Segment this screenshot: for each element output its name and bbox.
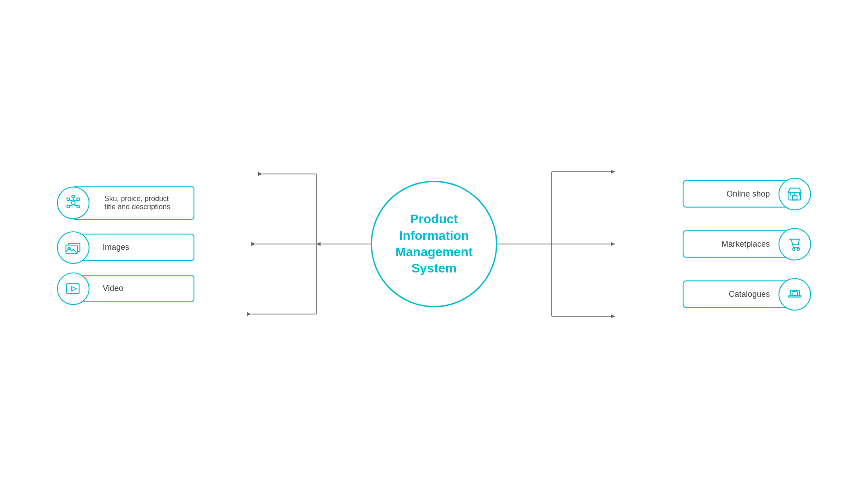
- images-icon-circle: [57, 231, 90, 264]
- svg-line-16: [69, 200, 73, 202]
- svg-line-17: [73, 200, 77, 202]
- svg-marker-25: [71, 286, 76, 291]
- marketplaces-label: Marketplaces: [722, 239, 770, 249]
- catalogues-label: Catalogues: [729, 290, 770, 299]
- video-icon-circle: [57, 272, 90, 305]
- svg-point-10: [71, 201, 75, 205]
- svg-point-32: [793, 248, 795, 250]
- catalogue-icon-circle: [778, 278, 811, 310]
- catalogues-box: Catalogues: [683, 281, 796, 308]
- online-shop-box: Online shop: [683, 180, 796, 208]
- marketplaces-box: Marketplaces: [683, 230, 796, 258]
- svg-line-18: [69, 205, 73, 206]
- svg-point-15: [72, 195, 75, 198]
- cart-icon-circle: [778, 228, 811, 260]
- images-label: Images: [103, 243, 129, 252]
- online-shop-label: Online shop: [726, 189, 770, 199]
- svg-rect-36: [792, 291, 797, 295]
- images-box: Images: [72, 234, 194, 261]
- sku-label: Sku, proice, producttitle and descriptio…: [104, 195, 170, 211]
- left-items: Sku, proice, producttitle and descriptio…: [72, 186, 194, 302]
- video-label: Video: [103, 284, 123, 293]
- sku-box: Sku, proice, producttitle and descriptio…: [72, 186, 194, 220]
- svg-line-19: [73, 205, 77, 206]
- diagram-container: Product Information Management System: [0, 0, 868, 488]
- svg-point-33: [797, 248, 800, 250]
- right-items: Online shop Marketplaces: [683, 180, 796, 308]
- network-icon-circle: [57, 187, 90, 219]
- center-circle: Product Information Management System: [371, 181, 497, 307]
- center-circle-text: Product Information Management System: [395, 211, 472, 277]
- store-icon-circle: [778, 178, 811, 210]
- video-box: Video: [72, 275, 194, 302]
- svg-rect-28: [793, 195, 797, 200]
